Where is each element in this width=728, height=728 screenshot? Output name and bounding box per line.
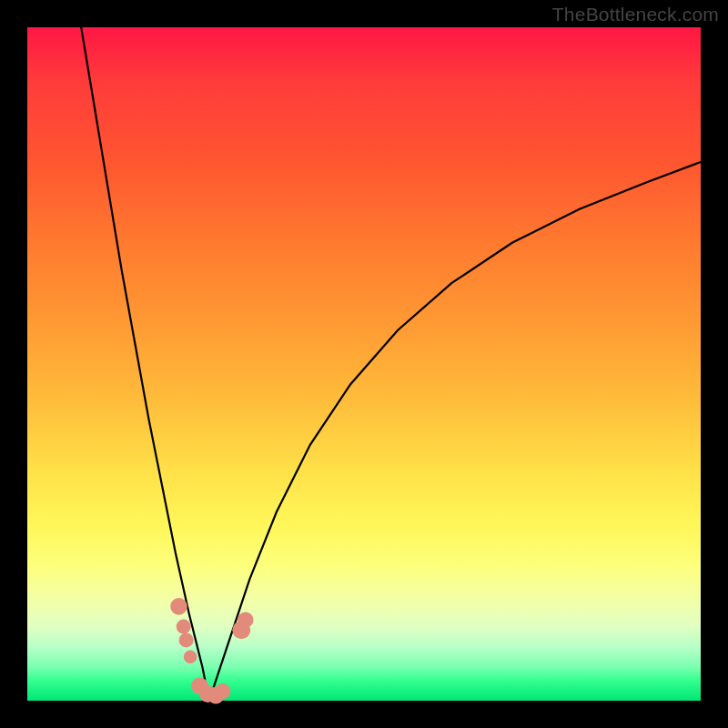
- marker-group: [170, 598, 253, 703]
- data-marker: [184, 651, 197, 664]
- plot-area: [27, 27, 701, 701]
- chart-frame: TheBottleneck.com: [0, 0, 728, 728]
- data-marker: [238, 612, 253, 628]
- watermark-text: TheBottleneck.com: [552, 4, 719, 25]
- curve-left-branch: [81, 27, 209, 701]
- data-marker: [170, 598, 187, 615]
- chart-svg: [27, 27, 701, 701]
- curve-right-branch: [209, 162, 701, 701]
- data-marker: [177, 620, 191, 634]
- data-marker: [179, 632, 194, 647]
- data-marker: [215, 683, 230, 699]
